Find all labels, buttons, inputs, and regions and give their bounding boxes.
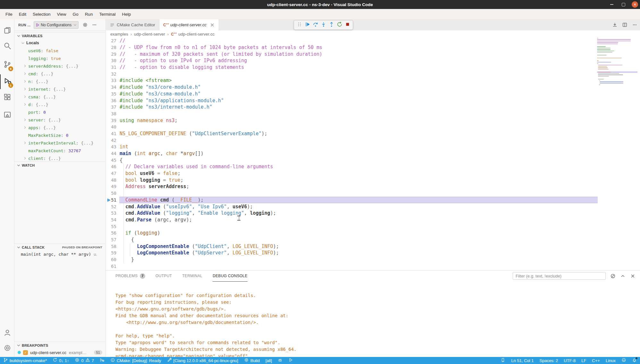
menu-item-help[interactable]: Help [119, 11, 134, 18]
breadcrumb-segment[interactable]: udp-client-server [134, 32, 165, 37]
panel-tab-terminal[interactable]: TERMINAL [182, 270, 202, 282]
chevron-right-icon [23, 126, 27, 129]
variable-row-MaxPacketSize[interactable]: MaxPacketSize: 0 [14, 131, 105, 139]
code-line: 39using namespace ns3; [106, 117, 640, 124]
breadcrumb-segment[interactable]: udp-client-server.cc [178, 32, 215, 37]
minimap[interactable] [597, 37, 637, 134]
code-line: 50 [106, 190, 640, 197]
split-editor-icon[interactable] [622, 22, 627, 28]
activity-settings[interactable] [0, 341, 14, 356]
status-build[interactable]: Build [244, 358, 260, 363]
status-device-icon[interactable] [501, 358, 505, 363]
status-linux[interactable]: Linux [606, 358, 616, 363]
activity-run-and-debug[interactable]: 1 [0, 74, 14, 89]
status-clang-12-0-0-x86-64-pc-linux-gnu[interactable]: [Clang 12.0.0 x86_64-pc-linux-gnu] [167, 358, 238, 363]
debug-stop-button[interactable] [343, 21, 351, 29]
activity-cmake[interactable] [0, 108, 14, 123]
status-utf-8[interactable]: UTF-8 [564, 358, 576, 363]
error-icon [75, 358, 80, 363]
breakpoints-section-header[interactable]: BREAKPOINTS [14, 342, 105, 349]
activity-explorer[interactable] [0, 24, 14, 38]
variable-row-useV6[interactable]: useV6: false [14, 47, 105, 54]
status-bell-icon[interactable] [632, 358, 637, 363]
status-buildsystem-cmake[interactable]: buildsystem-cmake* [3, 358, 47, 363]
console-filter-input[interactable] [513, 272, 606, 280]
variables-section-header[interactable]: VARIABLES [14, 32, 105, 39]
status-0[interactable]: 07 [75, 358, 94, 363]
variable-row-logging[interactable]: logging: true [14, 54, 105, 62]
close-icon[interactable]: ✕ [632, 1, 638, 8]
variable-row-cmd[interactable]: cmd: {...} [14, 70, 105, 78]
call-stack-section-header[interactable]: CALL STACK PAUSED ON BREAKPOINT [14, 244, 105, 251]
status-bug-icon[interactable] [278, 358, 282, 363]
status-feedback-icon[interactable] [621, 358, 626, 363]
code-line: 42 [106, 137, 640, 144]
panel-tab-problems[interactable]: PROBLEMS7 [115, 270, 145, 282]
tab-cmake-cache-editor[interactable]: CMake Cache Editor [106, 19, 159, 30]
debug-console-output[interactable]: Type "show configuration" for configurat… [115, 282, 634, 357]
breadcrumb-segment[interactable]: examples [110, 32, 128, 37]
status-lf[interactable]: LF [581, 358, 586, 363]
variable-row-server[interactable]: server: {...} [14, 116, 105, 124]
variable-row-interPacketInterval[interactable]: interPacketInterval: {...} [14, 139, 105, 147]
debug-step-out-button[interactable] [327, 21, 335, 29]
variable-row-internet[interactable]: internet: {...} [14, 85, 105, 93]
menu-item-edit[interactable]: Edit [16, 11, 29, 18]
launch-configuration-dropdown[interactable]: No Configurations [34, 21, 79, 29]
breakpoint-checkbox[interactable]: ✓ [23, 350, 28, 355]
variable-row-serverAddress[interactable]: serverAddress: {...} [14, 62, 105, 70]
status-c[interactable]: C++ [592, 358, 600, 363]
status-all[interactable]: [all] [265, 358, 272, 363]
debug-restart-button[interactable] [335, 21, 343, 29]
chevron-right-icon [23, 103, 27, 106]
clear-console-icon[interactable] [610, 273, 616, 279]
activity-extensions[interactable] [0, 90, 14, 105]
debug-continue-button[interactable] [303, 21, 311, 29]
panel-tab-debug-console[interactable]: DEBUG CONSOLE [213, 270, 248, 282]
debug-step-into-button[interactable] [319, 21, 327, 29]
console-line: For bug reporting instructions, please s… [115, 299, 634, 306]
activity-search[interactable] [0, 39, 14, 54]
status-0-1[interactable]: 0↓ 1↑ [53, 358, 69, 363]
status-debug-alt-icon[interactable] [100, 358, 105, 363]
code-line: 43int [106, 144, 640, 150]
menu-item-run[interactable]: Run [82, 11, 96, 18]
variable-row-n[interactable]: n: {...} [14, 78, 105, 85]
info-icon [110, 358, 115, 363]
variables-scope-locals[interactable]: Locals [14, 39, 105, 47]
more-actions-icon[interactable] [92, 22, 97, 28]
variable-row-maxPacketCount[interactable]: maxPacketCount: 32767 [14, 147, 105, 154]
minimize-icon[interactable] [609, 1, 615, 8]
cpp-file-icon: C++ [171, 32, 177, 37]
panel-tab-output[interactable]: OUTPUT [156, 270, 172, 282]
variable-row-d[interactable]: d: {...} [14, 101, 105, 108]
close-tab-icon[interactable] [210, 22, 215, 28]
watch-section-header[interactable]: WATCH [14, 161, 105, 169]
menu-item-selection[interactable]: Selection [30, 11, 54, 18]
breakpoint-item[interactable]: ✓ udp-client-server.cc exampl… 51 [14, 349, 105, 356]
variable-row-csma[interactable]: csma: {...} [14, 93, 105, 101]
gear-icon[interactable] [82, 22, 88, 28]
status-spaces-2[interactable]: Spaces: 2 [540, 358, 558, 363]
panel-close-icon[interactable] [630, 273, 636, 279]
code-editor[interactable]: 27//28// - UDP flow from n0 to n1 of 102… [106, 37, 640, 270]
activity-source-control[interactable]: 6 [0, 58, 14, 72]
more-actions-icon[interactable] [632, 22, 637, 28]
menu-item-file[interactable]: File [3, 11, 15, 18]
variable-row-apps[interactable]: apps: {...} [14, 124, 105, 131]
activity-accounts[interactable] [0, 326, 14, 341]
menu-item-view[interactable]: View [54, 11, 69, 18]
tab-udp-client-server[interactable]: C++ udp-client-server.cc [159, 19, 219, 30]
maximize-icon[interactable] [620, 1, 627, 8]
status-play-outline-icon[interactable] [288, 358, 293, 363]
menu-item-terminal[interactable]: Terminal [96, 11, 118, 18]
debug-step-over-button[interactable] [311, 21, 319, 29]
variable-row-client[interactable]: client: {...} [14, 154, 105, 162]
variable-row-port[interactable]: port: 0 [14, 108, 105, 116]
menu-item-go[interactable]: Go [70, 11, 81, 18]
status-cmake-debug-ready[interactable]: CMake: [Debug]: Ready [110, 358, 161, 363]
panel-maximize-icon[interactable] [620, 273, 626, 279]
status-ln-51-col-1[interactable]: Ln 51, Col 1 [511, 358, 534, 363]
call-stack-frame[interactable]: main(int argc, char ** argv) u. [14, 251, 105, 258]
download-icon[interactable] [612, 22, 618, 28]
